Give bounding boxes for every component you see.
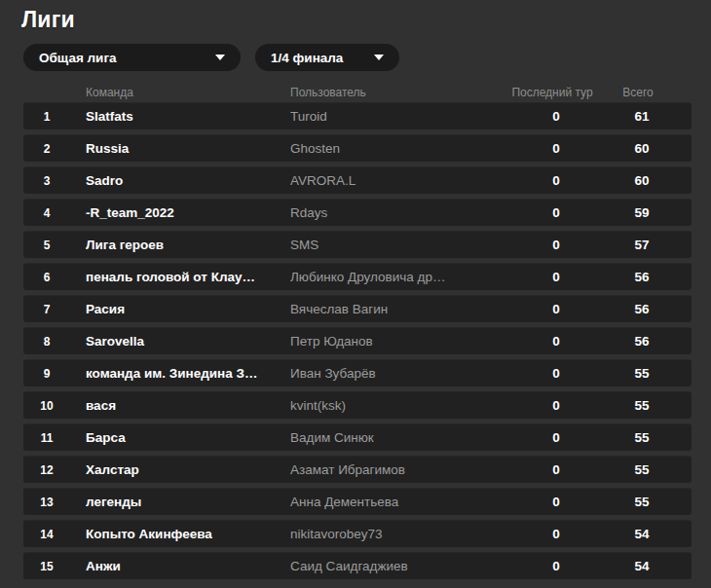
row-total: 55 bbox=[603, 462, 681, 477]
row-last-round: 0 bbox=[509, 495, 603, 509]
row-team-name: Копыто Акинфеева bbox=[86, 527, 290, 541]
league-dropdown-value: Общая лига bbox=[39, 51, 117, 65]
row-last-round: 0 bbox=[509, 141, 603, 156]
chevron-down-icon bbox=[374, 55, 384, 60]
row-rank: 12 bbox=[23, 463, 70, 477]
row-rank: 6 bbox=[23, 271, 70, 284]
table-row[interactable]: 9 команда им. Зинедина З… Иван Зубарёв 0… bbox=[23, 359, 692, 386]
row-last-round: 0 bbox=[509, 366, 603, 381]
row-rank: 5 bbox=[23, 239, 70, 252]
row-user-name: Turoid bbox=[290, 109, 509, 124]
row-rank: 15 bbox=[23, 560, 70, 573]
row-team-name: Расия bbox=[86, 302, 290, 316]
row-rank: 1 bbox=[23, 110, 70, 124]
row-total: 59 bbox=[603, 205, 681, 220]
row-team-name: Халстар bbox=[86, 462, 290, 477]
row-team-name: Барса bbox=[86, 430, 290, 445]
chevron-down-icon bbox=[215, 55, 225, 60]
row-user-name: Вадим Синюк bbox=[290, 430, 509, 445]
table-row[interactable]: 8 Sarovella Петр Юданов 0 56 bbox=[23, 327, 692, 354]
row-total: 56 bbox=[603, 270, 681, 284]
row-rank: 3 bbox=[23, 174, 70, 188]
row-total: 60 bbox=[603, 141, 681, 156]
row-last-round: 0 bbox=[509, 205, 603, 220]
row-last-round: 0 bbox=[509, 238, 603, 252]
stage-dropdown-value: 1/4 финала bbox=[271, 51, 343, 65]
row-total: 55 bbox=[603, 398, 681, 413]
table-row[interactable]: 14 Копыто Акинфеева nikitavorobey73 0 54 bbox=[23, 520, 692, 547]
filters-bar: Общая лига 1/4 финала bbox=[23, 44, 688, 71]
row-user-name: Саид Саидгаджиев bbox=[290, 559, 509, 573]
league-dropdown[interactable]: Общая лига bbox=[23, 44, 241, 71]
row-total: 61 bbox=[603, 109, 681, 124]
page-title: Лиги bbox=[0, 0, 711, 33]
table-row[interactable]: 4 -R_team_2022 Rdays 0 59 bbox=[23, 199, 692, 226]
row-user-name: Иван Зубарёв bbox=[290, 366, 509, 381]
row-team-name: Slatfats bbox=[86, 109, 290, 124]
row-total: 54 bbox=[603, 559, 681, 573]
row-user-name: Любинко Друловича др… bbox=[290, 270, 509, 284]
table-row[interactable]: 5 Лига героев SMS 0 57 bbox=[23, 231, 692, 258]
row-user-name: Петр Юданов bbox=[290, 334, 509, 349]
row-total: 60 bbox=[603, 173, 681, 188]
row-team-name: вася bbox=[86, 398, 290, 413]
table-row[interactable]: 6 пеналь головой от Клау… Любинко Друлов… bbox=[23, 263, 692, 290]
row-last-round: 0 bbox=[509, 109, 603, 124]
column-header-last-round: Последний тур bbox=[505, 86, 599, 99]
row-total: 55 bbox=[603, 430, 681, 445]
row-user-name: Ghosten bbox=[290, 141, 509, 156]
row-rank: 14 bbox=[23, 528, 70, 541]
row-last-round: 0 bbox=[509, 462, 603, 477]
stage-dropdown[interactable]: 1/4 финала bbox=[255, 44, 399, 71]
row-last-round: 0 bbox=[509, 270, 603, 284]
row-last-round: 0 bbox=[509, 334, 603, 349]
row-team-name: Sarovella bbox=[86, 334, 290, 349]
row-team-name: пеналь головой от Клау… bbox=[86, 270, 290, 284]
table-row[interactable]: 3 Sadro AVRORA.L 0 60 bbox=[23, 166, 692, 194]
table-row[interactable]: 1 Slatfats Turoid 0 61 bbox=[23, 102, 692, 129]
table-row[interactable]: 13 легенды Анна Дементьева 0 55 bbox=[23, 488, 692, 515]
column-header-team: Команда bbox=[86, 86, 290, 99]
table-header: Команда Пользователь Последний тур Всего bbox=[23, 85, 688, 99]
row-last-round: 0 bbox=[509, 559, 603, 573]
row-user-name: Rdays bbox=[290, 205, 509, 220]
row-user-name: Анна Дементьева bbox=[290, 495, 509, 509]
row-total: 57 bbox=[603, 238, 681, 252]
row-user-name: nikitavorobey73 bbox=[290, 527, 509, 541]
row-user-name: AVRORA.L bbox=[290, 173, 509, 188]
row-user-name: Вячеслав Вагин bbox=[290, 302, 509, 316]
row-last-round: 0 bbox=[509, 302, 603, 316]
row-rank: 2 bbox=[23, 142, 70, 156]
row-last-round: 0 bbox=[509, 430, 603, 445]
column-header-user: Пользователь bbox=[290, 86, 505, 99]
row-total: 56 bbox=[603, 334, 681, 349]
row-user-name: SMS bbox=[290, 238, 509, 252]
row-rank: 8 bbox=[23, 335, 70, 349]
row-rank: 10 bbox=[23, 399, 70, 413]
table-row[interactable]: 10 вася kvint(ksk) 0 55 bbox=[23, 391, 692, 419]
row-team-name: легенды bbox=[86, 495, 290, 509]
table-row[interactable]: 15 Анжи Саид Саидгаджиев 0 54 bbox=[23, 552, 692, 579]
row-total: 55 bbox=[603, 495, 681, 509]
row-team-name: команда им. Зинедина З… bbox=[86, 366, 290, 381]
row-rank: 9 bbox=[23, 367, 70, 381]
row-last-round: 0 bbox=[509, 173, 603, 188]
column-header-total: Всего bbox=[599, 86, 677, 99]
leagues-page: Лиги Общая лига 1/4 финала Команда Польз… bbox=[0, 0, 711, 588]
row-total: 55 bbox=[603, 366, 681, 381]
row-last-round: 0 bbox=[509, 527, 603, 541]
row-rank: 7 bbox=[23, 303, 70, 316]
row-team-name: Анжи bbox=[86, 559, 290, 573]
table-row[interactable]: 12 Халстар Азамат Ибрагимов 0 55 bbox=[23, 456, 692, 483]
league-table: 1 Slatfats Turoid 0 61 2 Russia Ghosten … bbox=[23, 102, 692, 579]
row-team-name: Лига героев bbox=[86, 238, 290, 252]
row-team-name: -R_team_2022 bbox=[86, 205, 290, 220]
row-rank: 11 bbox=[23, 431, 70, 445]
row-total: 56 bbox=[603, 302, 681, 316]
row-total: 54 bbox=[603, 527, 681, 541]
table-row[interactable]: 11 Барса Вадим Синюк 0 55 bbox=[23, 423, 692, 451]
row-user-name: Азамат Ибрагимов bbox=[290, 462, 509, 477]
row-user-name: kvint(ksk) bbox=[290, 398, 509, 413]
table-row[interactable]: 7 Расия Вячеслав Вагин 0 56 bbox=[23, 295, 692, 322]
table-row[interactable]: 2 Russia Ghosten 0 60 bbox=[23, 134, 692, 162]
